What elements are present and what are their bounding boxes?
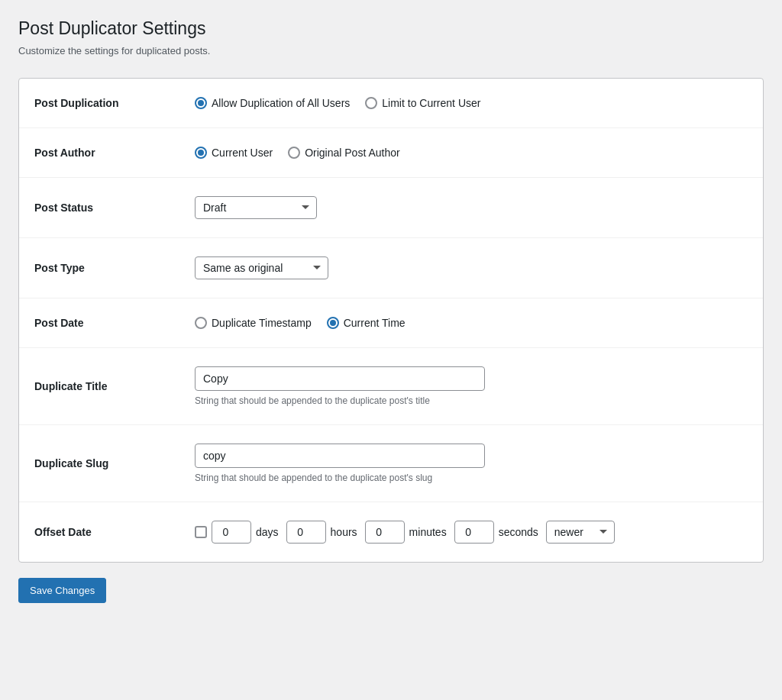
- offset-days-input[interactable]: [212, 521, 251, 544]
- offset-date-label: Offset Date: [19, 502, 187, 563]
- duplicate-title-label: Duplicate Title: [19, 348, 187, 425]
- save-section: Save Changes: [18, 563, 764, 603]
- offset-seconds-input[interactable]: [454, 521, 494, 544]
- allow-all-text: Allow Duplication of All Users: [212, 97, 350, 109]
- offset-date-checkbox[interactable]: [195, 526, 207, 538]
- post-duplication-label: Post Duplication: [19, 79, 187, 128]
- limit-current-label[interactable]: Limit to Current User: [365, 97, 480, 109]
- offset-hours-input[interactable]: [286, 521, 326, 544]
- duplicate-title-description: String that should be appended to the du…: [195, 395, 748, 406]
- post-duplication-radio-group: Allow Duplication of All Users Limit to …: [195, 97, 748, 109]
- offset-direction-select[interactable]: newer older: [546, 521, 615, 544]
- page-subtitle: Customize the settings for duplicated po…: [18, 45, 764, 56]
- post-status-label: Post Status: [19, 178, 187, 238]
- save-changes-button[interactable]: Save Changes: [18, 578, 106, 603]
- post-author-radio-group: Current User Original Post Author: [195, 147, 748, 159]
- duplicate-title-row: Duplicate Title String that should be ap…: [19, 348, 763, 425]
- offset-date-value: days hours minutes seconds newer older: [187, 502, 763, 563]
- allow-all-label[interactable]: Allow Duplication of All Users: [195, 97, 350, 109]
- offset-days-label: days: [256, 526, 279, 538]
- post-status-value: Draft Published Pending Private: [187, 178, 763, 238]
- duplicate-title-value: String that should be appended to the du…: [187, 348, 763, 425]
- offset-date-row: Offset Date days hours minutes seconds n: [19, 502, 763, 563]
- current-user-text: Current User: [212, 147, 273, 159]
- post-type-row: Post Type Same as original Post Page: [19, 238, 763, 298]
- post-date-value: Duplicate Timestamp Current Time: [187, 298, 763, 348]
- post-date-label: Post Date: [19, 298, 187, 348]
- duplicate-slug-description: String that should be appended to the du…: [195, 473, 748, 483]
- current-time-label[interactable]: Current Time: [327, 317, 406, 329]
- original-author-radio[interactable]: [288, 147, 300, 159]
- post-status-row: Post Status Draft Published Pending Priv…: [19, 178, 763, 238]
- post-date-radio-group: Duplicate Timestamp Current Time: [195, 317, 748, 329]
- post-duplication-row: Post Duplication Allow Duplication of Al…: [19, 79, 763, 128]
- offset-minutes-label: minutes: [409, 526, 447, 538]
- limit-current-radio[interactable]: [365, 97, 377, 109]
- duplicate-timestamp-text: Duplicate Timestamp: [212, 317, 312, 329]
- duplicate-slug-label: Duplicate Slug: [19, 425, 187, 502]
- settings-table: Post Duplication Allow Duplication of Al…: [19, 79, 763, 562]
- original-author-text: Original Post Author: [305, 147, 400, 159]
- page-title: Post Duplicator Settings: [18, 18, 764, 39]
- duplicate-timestamp-label[interactable]: Duplicate Timestamp: [195, 317, 312, 329]
- current-user-radio[interactable]: [195, 147, 207, 159]
- settings-card: Post Duplication Allow Duplication of Al…: [18, 78, 764, 563]
- offset-date-controls: days hours minutes seconds newer older: [195, 521, 748, 544]
- post-type-label: Post Type: [19, 238, 187, 298]
- duplicate-timestamp-radio[interactable]: [195, 317, 207, 329]
- offset-hours-label: hours: [331, 526, 357, 538]
- post-duplication-value: Allow Duplication of All Users Limit to …: [187, 79, 763, 128]
- current-time-radio[interactable]: [327, 317, 339, 329]
- current-time-text: Current Time: [344, 317, 406, 329]
- original-author-label[interactable]: Original Post Author: [288, 147, 400, 159]
- offset-minutes-input[interactable]: [365, 521, 405, 544]
- duplicate-title-input[interactable]: [195, 366, 485, 391]
- post-author-label: Post Author: [19, 128, 187, 178]
- post-author-value: Current User Original Post Author: [187, 128, 763, 178]
- post-type-value: Same as original Post Page: [187, 238, 763, 298]
- allow-all-radio[interactable]: [195, 97, 207, 109]
- post-type-select[interactable]: Same as original Post Page: [195, 256, 328, 279]
- duplicate-slug-row: Duplicate Slug String that should be app…: [19, 425, 763, 502]
- post-author-row: Post Author Current User Original Post A…: [19, 128, 763, 178]
- duplicate-slug-value: String that should be appended to the du…: [187, 425, 763, 502]
- post-status-select[interactable]: Draft Published Pending Private: [195, 196, 317, 219]
- duplicate-slug-input[interactable]: [195, 444, 485, 468]
- current-user-label[interactable]: Current User: [195, 147, 273, 159]
- post-date-row: Post Date Duplicate Timestamp Current Ti…: [19, 298, 763, 348]
- offset-seconds-label: seconds: [499, 526, 538, 538]
- limit-current-text: Limit to Current User: [382, 97, 480, 109]
